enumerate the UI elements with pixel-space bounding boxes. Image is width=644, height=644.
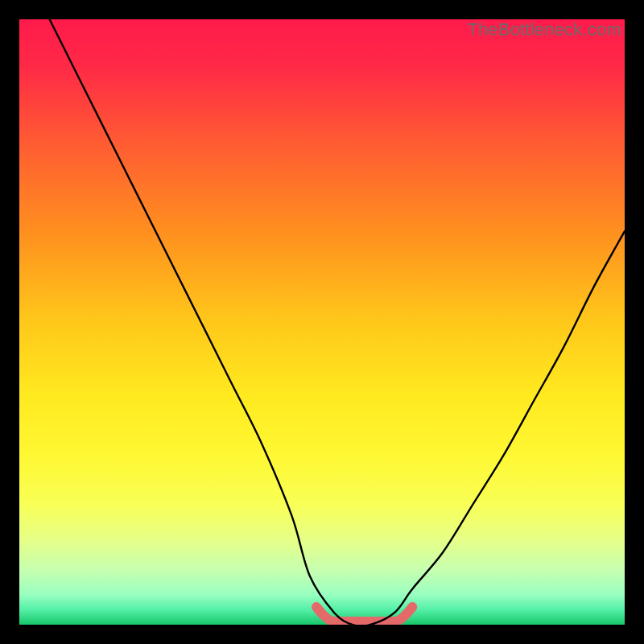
watermark-text: TheBottleneck.com bbox=[467, 19, 621, 40]
plot-area bbox=[19, 19, 625, 625]
curve-layer bbox=[19, 19, 625, 625]
chart-frame: TheBottleneck.com bbox=[0, 0, 644, 644]
bottleneck-curve bbox=[19, 19, 625, 625]
